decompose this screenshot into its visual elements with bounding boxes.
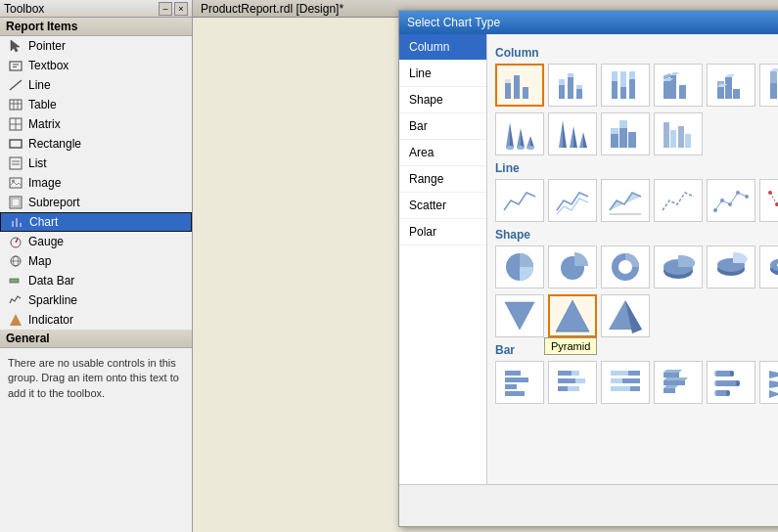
svg-point-79 xyxy=(517,146,525,150)
chart-thumb-bar1[interactable] xyxy=(495,361,544,404)
toolbox-item-list[interactable]: List xyxy=(0,154,192,173)
chart-thumb-col3[interactable] xyxy=(601,64,650,107)
svg-point-76 xyxy=(506,146,514,150)
chart-type-line[interactable]: Line xyxy=(399,61,486,87)
chart-thumb-line2[interactable] xyxy=(548,179,597,222)
svg-rect-127 xyxy=(505,371,521,376)
svg-rect-95 xyxy=(670,130,676,148)
chart-type-polar[interactable]: Polar xyxy=(399,219,486,245)
chart-thumb-shape2[interactable] xyxy=(548,245,597,288)
toolbox-title-buttons: – × xyxy=(159,2,188,16)
svg-line-24 xyxy=(16,239,18,243)
chart-thumb-bar4[interactable] xyxy=(654,361,703,404)
chart-thumb-shape9[interactable] xyxy=(548,294,597,337)
chart-thumb-line1[interactable] xyxy=(495,179,544,222)
chart-thumb-col9[interactable] xyxy=(548,112,597,155)
shape-row-2: Pyramid xyxy=(495,294,778,337)
chart-thumb-col2[interactable] xyxy=(548,64,597,107)
svg-rect-32 xyxy=(514,75,520,99)
svg-rect-143 xyxy=(664,373,679,377)
toolbox-item-textbox[interactable]: Textbox xyxy=(0,56,192,75)
toolbox-item-pointer[interactable]: Pointer xyxy=(0,36,192,56)
toolbox-titlebar: Toolbox – × xyxy=(0,0,192,18)
matrix-icon xyxy=(8,116,23,132)
toolbox-item-sparkline[interactable]: Sparkline xyxy=(0,290,192,310)
toolbox-item-image[interactable]: Image xyxy=(0,173,192,193)
chart-thumb-col5[interactable] xyxy=(707,64,755,107)
shape-row-1 xyxy=(495,245,778,288)
chart-thumb-bar3[interactable] xyxy=(601,361,650,404)
list-label: List xyxy=(28,156,47,170)
chart-thumb-bar2[interactable] xyxy=(548,361,597,404)
chart-thumb-col1[interactable] xyxy=(495,64,544,107)
dialog-title: Select Chart Type xyxy=(407,16,500,29)
svg-rect-13 xyxy=(10,157,22,169)
main-title: ProductReport.rdl [Design]* xyxy=(201,2,343,16)
svg-rect-136 xyxy=(568,386,579,391)
chart-type-bar[interactable]: Bar xyxy=(399,113,486,140)
chart-thumb-line5[interactable] xyxy=(707,179,755,222)
chart-thumb-line6[interactable] xyxy=(759,179,778,222)
chart-type-shape[interactable]: Shape xyxy=(399,87,486,113)
chart-thumb-col4[interactable] xyxy=(654,64,703,107)
toolbox-item-gauge[interactable]: Gauge xyxy=(0,232,192,251)
toolbox-item-map[interactable]: Map xyxy=(0,251,192,271)
chart-thumb-col6[interactable] xyxy=(759,64,778,107)
table-icon xyxy=(8,97,23,112)
chart-thumb-bar5[interactable] xyxy=(707,361,755,404)
toolbox-item-databar[interactable]: Data Bar xyxy=(0,271,192,290)
chart-gallery: Column xyxy=(487,34,778,484)
toolbox-item-subreport[interactable]: Subreport xyxy=(0,193,192,212)
pointer-label: Pointer xyxy=(28,39,66,53)
svg-rect-97 xyxy=(685,134,691,148)
chart-thumb-col10[interactable] xyxy=(601,112,650,155)
chart-thumb-shape3[interactable] xyxy=(601,245,650,288)
chart-thumb-shape10[interactable] xyxy=(601,294,650,337)
svg-rect-150 xyxy=(716,371,732,377)
report-items-section[interactable]: Report Items xyxy=(0,18,192,36)
matrix-label: Matrix xyxy=(28,117,61,131)
svg-rect-138 xyxy=(611,371,628,376)
chart-thumb-bar6[interactable] xyxy=(759,361,778,404)
svg-point-157 xyxy=(726,390,730,396)
toolbox-item-matrix[interactable]: Matrix xyxy=(0,114,192,134)
toolbox-item-indicator[interactable]: Indicator xyxy=(0,310,192,330)
chart-thumb-shape4[interactable] xyxy=(654,245,703,288)
svg-rect-96 xyxy=(678,126,684,148)
chart-thumb-line4[interactable] xyxy=(654,179,703,222)
toolbox-close-btn[interactable]: × xyxy=(174,2,188,16)
svg-rect-147 xyxy=(664,388,675,393)
chart-thumb-col11[interactable] xyxy=(654,112,703,155)
chart-thumb-line3[interactable] xyxy=(601,179,650,222)
svg-marker-84 xyxy=(563,120,567,148)
column-section-label: Column xyxy=(495,46,778,60)
toolbox-pin-btn[interactable]: – xyxy=(159,2,172,16)
svg-rect-92 xyxy=(611,128,618,134)
select-chart-type-dialog: Select Chart Type ✕ Column Line Shape Ba… xyxy=(398,10,778,527)
chart-thumb-col8[interactable] xyxy=(495,112,544,155)
toolbox-panel: Toolbox – × Report Items Pointer Textbox… xyxy=(0,0,193,532)
chart-thumb-shape8[interactable] xyxy=(495,294,544,337)
subreport-label: Subreport xyxy=(28,196,80,209)
toolbox-item-rectangle[interactable]: Rectangle xyxy=(0,134,192,154)
databar-icon xyxy=(8,273,23,288)
chart-type-scatter[interactable]: Scatter xyxy=(399,193,486,219)
chart-type-column[interactable]: Column xyxy=(399,34,486,61)
chart-thumb-shape1[interactable] xyxy=(495,245,544,288)
table-label: Table xyxy=(28,98,57,111)
chart-type-area[interactable]: Area xyxy=(399,140,486,166)
chart-thumb-shape5[interactable] xyxy=(707,245,755,288)
chart-type-range[interactable]: Range xyxy=(399,166,486,193)
line-icon xyxy=(8,77,23,93)
svg-marker-87 xyxy=(579,132,583,148)
dialog-footer: OK Cancel xyxy=(399,484,778,526)
toolbox-item-line[interactable]: Line xyxy=(0,75,192,95)
general-text: There are no usable controls in this gro… xyxy=(0,348,192,409)
toolbox-item-table[interactable]: Table xyxy=(0,95,192,114)
svg-rect-153 xyxy=(716,380,738,386)
image-icon xyxy=(8,175,23,191)
toolbox-item-chart[interactable]: Chart xyxy=(0,212,192,232)
general-section[interactable]: General xyxy=(0,330,192,348)
chart-thumb-shape6[interactable] xyxy=(759,245,778,288)
svg-rect-36 xyxy=(559,79,565,85)
